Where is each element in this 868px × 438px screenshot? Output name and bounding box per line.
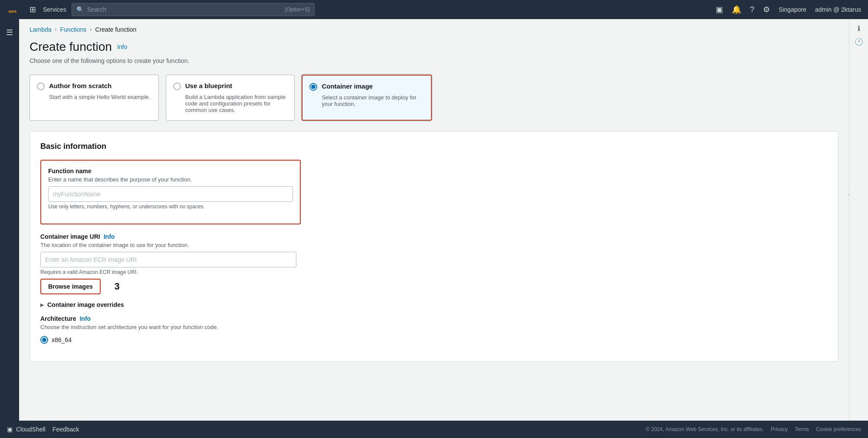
option-cards-group: Author from scratch Start with a simple …	[30, 75, 432, 121]
breadcrumb: Lambda › Functions › Create function	[30, 26, 838, 33]
radio-use-blueprint[interactable]	[173, 82, 181, 90]
annotation-number-2: 2	[848, 187, 849, 198]
option-author-scratch[interactable]: Author from scratch Start with a simple …	[30, 75, 159, 121]
clock-icon[interactable]: 🕐	[855, 38, 863, 46]
function-name-label: Function name	[48, 168, 293, 175]
svg-text:aws: aws	[9, 9, 17, 13]
browse-images-button[interactable]: Browse images	[40, 279, 101, 294]
container-uri-info-link[interactable]: Info	[104, 233, 115, 240]
architecture-field: Architecture Info Choose the instruction…	[40, 315, 828, 344]
help-icon[interactable]: ?	[750, 5, 754, 14]
radio-container-image[interactable]	[309, 83, 317, 91]
container-uri-field: Container image URI Info The location of…	[40, 233, 828, 294]
option-container-header: Container image	[309, 82, 424, 91]
option-container-title: Container image	[322, 82, 373, 90]
annotation-number-3: 3	[114, 281, 119, 292]
option-container-desc: Select a container image to deploy for y…	[309, 94, 424, 107]
container-uri-label: Container image URI Info	[40, 233, 828, 240]
settings-icon[interactable]: ⚙	[763, 5, 770, 14]
architecture-info-link[interactable]: Info	[79, 315, 91, 322]
expand-arrow-icon: ▶	[40, 303, 44, 307]
function-name-field: Function name Enter a name that describe…	[48, 168, 293, 210]
breadcrumb-functions[interactable]: Functions	[60, 26, 87, 33]
search-shortcut: [Option+S]	[285, 7, 310, 13]
option-blueprint-header: Use a blueprint	[173, 82, 288, 90]
terminal-icon[interactable]: ▣	[716, 5, 723, 14]
info-panel-icon[interactable]: ℹ	[858, 24, 860, 33]
page-subtitle: Choose one of the following options to c…	[30, 57, 838, 64]
top-navigation: aws ⊞ Services 🔍 [Option+S] ▣ 🔔 ? ⚙ Sing…	[0, 0, 868, 19]
breadcrumb-separator-1: ›	[55, 26, 57, 33]
left-sidebar: ☰	[0, 19, 19, 421]
function-name-sublabel: Enter a name that describes the purpose …	[48, 176, 293, 183]
radio-x86[interactable]	[40, 336, 48, 344]
user-menu[interactable]: admin @ 2ktarus	[815, 6, 861, 13]
services-nav-label[interactable]: Services	[43, 6, 66, 13]
breadcrumb-lambda[interactable]: Lambda	[30, 26, 52, 33]
option-author-scratch-desc: Start with a simple Hello World example.	[37, 94, 151, 100]
function-name-hint: Use only letters, numbers, hyphens, or u…	[48, 204, 293, 210]
breadcrumb-current: Create function	[95, 26, 136, 33]
browse-images-wrapper: Browse images 3	[40, 279, 101, 294]
architecture-label: Architecture Info	[40, 315, 828, 322]
container-uri-sublabel: The location of the container image to u…	[40, 242, 828, 248]
search-icon: 🔍	[76, 6, 84, 13]
hamburger-menu-icon[interactable]: ☰	[3, 24, 16, 41]
option-author-scratch-title: Author from scratch	[49, 82, 112, 89]
region-selector[interactable]: Singapore	[779, 6, 806, 13]
function-name-section: Function name Enter a name that describe…	[40, 160, 301, 224]
option-blueprint-title: Use a blueprint	[185, 82, 232, 89]
architecture-x86-option[interactable]: x86_64	[40, 336, 828, 344]
option-container-image[interactable]: Container image Select a container image…	[302, 75, 432, 121]
grid-icon[interactable]: ⊞	[28, 3, 38, 16]
search-input[interactable]	[87, 6, 282, 13]
page-info-link[interactable]: Info	[117, 43, 127, 50]
radio-x86-fill	[42, 338, 46, 342]
container-uri-input[interactable]	[40, 252, 296, 267]
option-use-blueprint[interactable]: Use a blueprint Build a Lambda applicati…	[166, 75, 295, 121]
function-name-wrapper: Function name Enter a name that describe…	[40, 160, 828, 224]
page-header: Create function Info	[30, 40, 838, 54]
container-overrides-label: Container image overrides	[47, 301, 124, 308]
bell-icon[interactable]: 🔔	[732, 5, 741, 14]
aws-logo[interactable]: aws	[7, 2, 23, 17]
main-content: Lambda › Functions › Create function Cre…	[19, 19, 849, 421]
search-bar[interactable]: 🔍 [Option+S]	[72, 3, 315, 16]
architecture-desc: Choose the instruction set architecture …	[40, 324, 828, 330]
container-uri-hint: Requires a valid Amazon ECR image URI.	[40, 269, 828, 275]
radio-author-scratch[interactable]	[37, 82, 45, 90]
page-title: Create function	[30, 40, 112, 54]
container-overrides-expand[interactable]: ▶ Container image overrides	[40, 301, 828, 308]
section-title-basic-info: Basic information	[40, 142, 828, 151]
architecture-x86-label: x86_64	[52, 336, 72, 343]
option-blueprint-desc: Build a Lambda application from sample c…	[173, 94, 288, 113]
option-author-scratch-header: Author from scratch	[37, 82, 151, 90]
right-sidebar: ℹ 🕐	[849, 19, 868, 421]
breadcrumb-separator-2: ›	[90, 26, 92, 33]
function-name-input[interactable]	[48, 186, 293, 202]
nav-right-actions: ▣ 🔔 ? ⚙ Singapore admin @ 2ktarus	[716, 5, 861, 14]
radio-container-image-fill	[311, 85, 316, 89]
basic-information-section: Basic information Function name Enter a …	[30, 131, 838, 362]
